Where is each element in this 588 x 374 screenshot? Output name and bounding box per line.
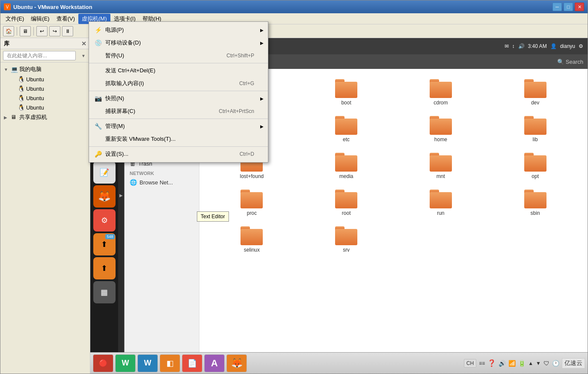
fm-folder-selinux[interactable]: selinux (206, 223, 297, 256)
dropdown-capture-input[interactable]: 抓取输入内容(I) Ctrl+G (89, 77, 268, 90)
folder-label: dev (531, 100, 539, 106)
fm-folder-mnt[interactable]: mnt (395, 149, 487, 183)
tree-item-ubuntu2[interactable]: 🐧 Ubuntu (0, 84, 90, 93)
tree-item-ubuntu1[interactable]: 🐧 Ubuntu (0, 74, 90, 84)
sidebar-close-button[interactable]: ✕ (81, 40, 86, 47)
tree-label-ubuntu1: Ubuntu (26, 76, 44, 83)
search-dropdown-icon[interactable]: ▼ (81, 53, 86, 58)
dropdown-sep2 (89, 91, 268, 91)
capture-icon (94, 80, 102, 87)
fm-folder-boot[interactable]: boot (301, 76, 392, 109)
dropdown-manage[interactable]: 🔧 管理(M) (89, 120, 268, 133)
tree-item-ubuntu4[interactable]: 🐧 Ubuntu (0, 103, 90, 112)
dropdown-pause[interactable]: 暂停(U) Ctrl+Shift+P (89, 49, 268, 62)
folder-body (335, 155, 357, 172)
dropdown-snapshot[interactable]: 📷 快照(N) (89, 92, 268, 105)
folder-body (241, 192, 263, 208)
taskbar-firefox-icon: 🦊 (231, 358, 243, 369)
fm-folder-lib[interactable]: lib (490, 113, 581, 146)
dock-item-last[interactable]: ▦ (93, 281, 116, 303)
fm-folder-sbin[interactable]: sbin (490, 186, 581, 220)
toolbar-forward[interactable]: ↪ (49, 26, 60, 36)
gear-icon[interactable]: ⚙ (579, 43, 583, 49)
folder-icon (524, 116, 546, 135)
taskbar-store-icon[interactable]: 亿速云 (562, 358, 585, 368)
folder-label: media (339, 173, 353, 179)
folder-label: lost+found (240, 173, 264, 179)
toolbar-sep2 (33, 27, 34, 36)
fm-folder-srv[interactable]: srv (301, 223, 392, 256)
user-icon: 👤 (550, 43, 557, 49)
taskbar-speaker-icon: 🔊 (499, 360, 506, 367)
settings-shortcut: Ctrl+D (240, 151, 263, 157)
toolbar-back[interactable]: ↩ (36, 26, 48, 36)
taskbar-app-3[interactable]: W (137, 354, 158, 372)
dropdown-send-cad[interactable]: 发送 Ctrl+Alt+Del(E) (89, 64, 268, 77)
taskbar-lang[interactable]: CH (464, 359, 476, 368)
capture-screen-shortcut: Ctrl+Alt+PrtScn (219, 108, 263, 114)
dropdown-removable[interactable]: 💿 可移动设备(D) (89, 36, 268, 49)
minimize-button[interactable]: ─ (552, 3, 562, 11)
taskbar-app-7[interactable]: 🦊 (226, 354, 247, 372)
dock-item-share[interactable]: ⬆ (93, 257, 116, 279)
dock-item-badge[interactable]: ⬆ 548 (93, 233, 116, 255)
dropdown-reinstall[interactable]: 重新安装 VMware Tools(T)... (89, 133, 268, 145)
fm-folder-home[interactable]: home (395, 113, 487, 146)
tree-expand-icon: ▼ (4, 67, 9, 72)
fm-search-label[interactable]: Search (566, 59, 583, 65)
tree-item-shared[interactable]: ▶ 🖥 共享虚拟机 (0, 112, 90, 122)
toolbar-home-button[interactable]: 🏠 (3, 26, 14, 36)
taskbar-app-6[interactable]: A (204, 354, 225, 372)
folder-label: root (342, 210, 351, 216)
fm-folder-dev[interactable]: dev (490, 76, 581, 109)
menu-file[interactable]: 文件(E) (2, 14, 27, 24)
fm-folder-opt[interactable]: opt (490, 149, 581, 183)
dock-firefox[interactable]: 🦊 (93, 185, 116, 208)
dock-text-editor[interactable]: 📝 (93, 161, 116, 184)
ubuntu-icon-1: 🐧 (18, 76, 24, 83)
folder-body (430, 155, 452, 172)
snapshot-icon: 📷 (94, 95, 102, 102)
fm-folder-proc[interactable]: proc (206, 186, 297, 220)
dropdown-capture-label: 抓取输入内容(I) (105, 80, 144, 87)
window-title: Ubuntu - VMware Workstation (13, 4, 92, 10)
fm-folder-run[interactable]: run (395, 186, 487, 220)
tree-item-mycomputer[interactable]: ▼ 💻 我的电脑 (0, 64, 90, 74)
close-button[interactable]: ✕ (575, 3, 584, 11)
folder-body (335, 82, 357, 98)
search-icon: 🔍 (557, 59, 564, 65)
menu-edit[interactable]: 编辑(E) (27, 14, 53, 24)
taskbar-app-4[interactable]: ◧ (160, 354, 180, 372)
fm-sidebar-browse-net[interactable]: 🌐 Browse Net... (125, 177, 199, 188)
power-icon: ⚡ (94, 26, 102, 34)
dropdown-capture-screen[interactable]: 捕获屏幕(C) Ctrl+Alt+PrtScn (89, 105, 268, 118)
sidebar-header: 库 ✕ (0, 38, 90, 49)
sidebar-tree: ▼ 💻 我的电脑 🐧 Ubuntu 🐧 Ubuntu 🐧 (0, 62, 90, 374)
sidebar-title: 库 (4, 40, 9, 47)
toolbar-pause[interactable]: ⏸ (62, 26, 73, 36)
dock-item-settings[interactable]: ⚙ (93, 209, 116, 232)
tree-item-ubuntu3[interactable]: 🐧 Ubuntu (0, 93, 90, 103)
taskbar-app-5[interactable]: 📄 (182, 354, 202, 372)
pause-shortcut: Ctrl+Shift+P (226, 53, 263, 59)
maximize-button[interactable]: □ (564, 3, 573, 11)
folder-icon (335, 79, 357, 98)
dropdown-removable-label: 可移动设备(D) (105, 39, 141, 47)
fm-folder-etc[interactable]: etc (301, 113, 392, 146)
fm-section-network: Network (125, 169, 199, 177)
folder-icon (430, 79, 452, 98)
capture-shortcut: Ctrl+G (239, 80, 263, 86)
dropdown-settings[interactable]: 🔑 设置(S)... Ctrl+D (89, 148, 268, 160)
taskbar-app-1[interactable]: 🔴 (93, 354, 113, 372)
folder-icon (241, 226, 263, 245)
toolbar-btn1[interactable]: 🖥 (20, 26, 31, 36)
fm-folder-media[interactable]: media (301, 149, 392, 183)
taskbar-app-2[interactable]: W (115, 354, 136, 372)
fm-folder-root[interactable]: root (301, 186, 392, 220)
fm-folder-cdrom[interactable]: cdrom (395, 76, 487, 109)
shared-vm-icon: 🖥 (11, 114, 18, 121)
sidebar-search-input[interactable] (3, 51, 76, 60)
dropdown-power[interactable]: ⚡ 电源(P) (89, 24, 268, 36)
taskbar-help-icon[interactable]: ❓ (487, 359, 496, 367)
menu-view[interactable]: 查看(V) (53, 14, 78, 24)
